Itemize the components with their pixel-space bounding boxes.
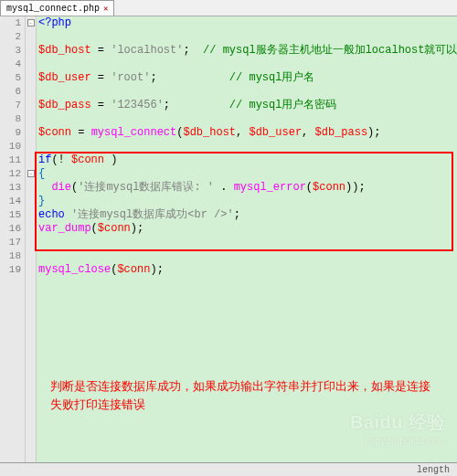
code-line[interactable]: echo '连接mysql数据库成功<br />'; xyxy=(38,208,457,222)
token: mysql_close xyxy=(38,263,111,276)
code-line[interactable]: if(! $conn ) xyxy=(38,153,457,167)
token: mysql_connect xyxy=(91,126,177,139)
line-number: 17 xyxy=(0,236,21,249)
token: , xyxy=(302,126,314,139)
code-line[interactable]: $conn = mysql_connect($db_host, $db_user… xyxy=(38,126,457,140)
code-line[interactable]: die('连接mysql数据库错误: ' . mysql_error($conn… xyxy=(38,181,457,195)
token: ); xyxy=(150,263,163,276)
code-line[interactable] xyxy=(38,249,457,263)
token: 'root' xyxy=(111,71,150,84)
line-number: 2 xyxy=(0,30,21,44)
token: )); xyxy=(345,181,366,194)
code-line[interactable]: $db_host = 'localhost'; // mysql服务器主机地址一… xyxy=(38,44,457,58)
line-number-gutter: 12345678910111213141516171819 xyxy=(0,16,26,462)
token: , xyxy=(236,126,249,139)
code-line[interactable] xyxy=(38,236,457,249)
token: echo xyxy=(38,208,65,221)
annotation-text: 判断是否连接数据库成功，如果成功输出字符串并打印出来，如果是连接失败打印连接错误 xyxy=(50,377,439,413)
close-icon[interactable]: ✕ xyxy=(103,4,108,14)
token xyxy=(65,208,71,221)
token: . xyxy=(214,181,234,194)
token: $db_host xyxy=(38,44,91,57)
token: mysql_error xyxy=(234,181,306,194)
token: { xyxy=(38,167,45,180)
code-line[interactable] xyxy=(38,58,457,71)
watermark-brand: Baidu 经验 xyxy=(350,410,446,435)
token: $conn xyxy=(117,263,150,276)
code-line[interactable]: } xyxy=(38,195,457,208)
line-number: 15 xyxy=(0,208,21,222)
token: $db_user xyxy=(249,126,302,139)
token: ( xyxy=(306,181,313,194)
token: ; xyxy=(164,99,229,111)
token xyxy=(38,181,51,194)
token: ( xyxy=(91,222,98,235)
token: // mysql用户名密码 xyxy=(229,99,337,111)
line-number: 18 xyxy=(0,249,21,263)
code-line[interactable] xyxy=(38,30,457,44)
token: ; xyxy=(150,71,228,84)
token: = xyxy=(91,44,112,57)
line-number: 14 xyxy=(0,195,21,208)
status-bar: length xyxy=(0,462,457,476)
line-number: 16 xyxy=(0,222,21,236)
code-line[interactable]: $db_pass = '123456'; // mysql用户名密码 xyxy=(38,99,457,112)
token: // mysql用户名 xyxy=(229,71,315,84)
token: $conn xyxy=(98,222,131,235)
token: '123456' xyxy=(111,99,164,111)
token: // mysql服务器主机地址一般加localhost就可以 xyxy=(203,44,457,57)
token: die xyxy=(51,181,71,194)
line-number: 19 xyxy=(0,263,21,277)
token: = xyxy=(91,71,112,84)
line-number: 4 xyxy=(0,58,21,71)
line-number: 10 xyxy=(0,140,21,153)
tab-bar: mysql_connect.php ✕ xyxy=(0,0,457,16)
status-length-label: length xyxy=(417,465,450,475)
token: $conn xyxy=(313,181,345,194)
line-number: 13 xyxy=(0,181,21,195)
line-number: 1 xyxy=(0,16,21,30)
token: '连接mysql数据库成功<br />' xyxy=(71,208,234,221)
line-number: 3 xyxy=(0,44,21,58)
code-line[interactable] xyxy=(38,112,457,126)
line-number: 5 xyxy=(0,71,21,85)
line-number: 9 xyxy=(0,126,21,140)
line-number: 6 xyxy=(0,85,21,99)
fold-column: -- xyxy=(26,16,37,462)
token: if xyxy=(38,153,51,166)
token: ); xyxy=(367,126,380,139)
token: ; xyxy=(183,44,203,57)
token: var_dump xyxy=(38,222,91,235)
tab-filename: mysql_connect.php xyxy=(6,4,100,14)
code-line[interactable] xyxy=(38,140,457,153)
watermark-url: jingyan.baidu.com xyxy=(350,435,446,446)
line-number: 7 xyxy=(0,99,21,112)
token: } xyxy=(38,195,45,207)
code-line[interactable]: $db_user = 'root'; // mysql用户名 xyxy=(38,71,457,85)
token: $conn xyxy=(38,126,71,139)
token: $db_pass xyxy=(38,99,91,111)
code-line[interactable]: <?php xyxy=(38,16,457,30)
token: $db_user xyxy=(38,71,91,84)
token: $db_pass xyxy=(314,126,367,139)
code-line[interactable]: mysql_close($conn); xyxy=(38,263,457,277)
token: <?php xyxy=(38,16,71,29)
line-number: 11 xyxy=(0,153,21,167)
token: (! xyxy=(51,153,71,166)
token: 'localhost' xyxy=(111,44,183,57)
code-editor[interactable]: 12345678910111213141516171819 -- <?php$d… xyxy=(0,16,457,462)
code-line[interactable] xyxy=(38,85,457,99)
watermark: Baidu 经验 jingyan.baidu.com xyxy=(350,410,446,446)
code-line[interactable]: { xyxy=(38,167,457,181)
line-number: 8 xyxy=(0,112,21,126)
fold-toggle-icon[interactable]: - xyxy=(27,19,35,26)
token: '连接mysql数据库错误: ' xyxy=(78,181,214,194)
code-line[interactable]: var_dump($conn); xyxy=(38,222,457,236)
token: ); xyxy=(131,222,143,235)
token: $db_host xyxy=(183,126,236,139)
token: = xyxy=(91,99,112,111)
token: ) xyxy=(104,153,117,166)
file-tab[interactable]: mysql_connect.php ✕ xyxy=(0,0,114,16)
token: ; xyxy=(234,208,240,221)
fold-toggle-icon[interactable]: - xyxy=(27,170,35,177)
